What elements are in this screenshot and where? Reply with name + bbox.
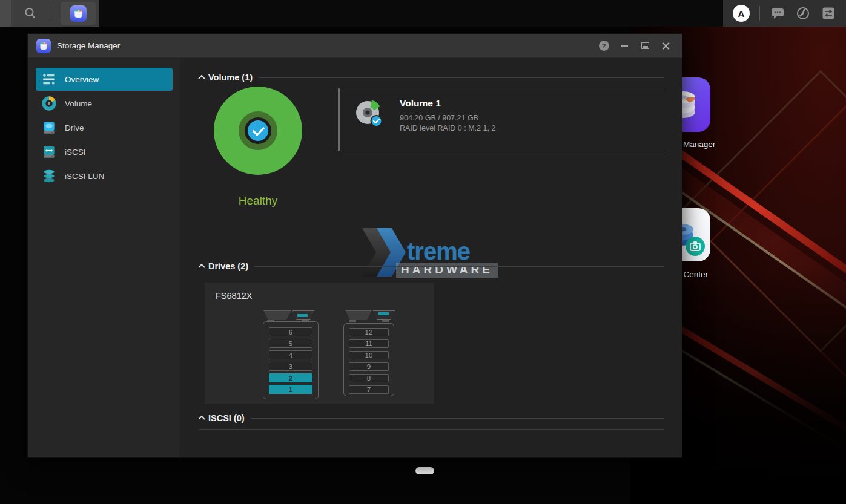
sidebar-item-label: Volume [65,99,92,108]
help-button[interactable]: ? [596,38,612,54]
enclosure-teal-indicator [297,314,308,317]
drive-icon [41,120,57,136]
preferences-button[interactable] [821,5,836,21]
volume-capacity: 904.20 GB / 907.21 GB [400,114,478,122]
drive-bay-4[interactable]: 4 [269,350,312,359]
volume-card[interactable]: Volume 1 904.20 GB / 907.21 GB RAID leve… [338,88,665,151]
notifications-button[interactable] [770,5,785,21]
desktop-screen: Manager t Center [0,0,846,504]
drive-bay-5[interactable]: 5 [269,339,312,348]
drive-bay-3[interactable]: 3 [269,362,312,371]
storage-manager-icon [36,39,51,53]
close-button[interactable] [658,38,673,54]
section-rule [251,418,664,419]
top-bar-divider [759,6,760,21]
desktop-icon-label[interactable]: t Center [679,270,708,279]
sidebar-item-drive[interactable]: Drive [36,116,173,139]
camera-badge-icon [685,236,706,257]
volume-raid-info: RAID level RAID 0 : M.2 1, 2 [400,124,495,133]
enclosure-top-icon [345,310,372,320]
storage-manager-window: Storage Manager ? Ov [27,33,682,458]
wallpaper-chevron-frame [710,100,846,383]
sidebar-item-label: Drive [65,123,84,133]
top-bar-right-group: A [723,0,846,27]
close-icon [662,42,670,50]
system-monitor-button[interactable] [795,5,811,21]
drive-bay-7[interactable]: 7 [349,385,389,394]
enclosure-top-icon [263,310,291,320]
top-bar-divider [51,6,51,21]
enclosure-foot [382,320,389,322]
drive-bay-1[interactable]: 1 [269,385,312,394]
drive-bay-2[interactable]: 2 [269,373,312,382]
window-controls: ? [596,38,673,54]
sidebar-item-iscsi-lun[interactable]: iSCSI LUN [36,165,173,188]
minimize-icon [621,45,628,47]
enclosure-panel: FS6812X 6 5 [205,283,434,404]
enclosure-foot [349,320,356,322]
sidebar-item-overview[interactable]: Overview [36,68,173,91]
collapse-chevron-icon[interactable] [198,264,205,270]
sliders-icon [821,6,836,21]
enclosure-teal-indicator [378,312,389,315]
top-bar-stub [0,0,11,27]
chat-bubble-icon [770,6,785,21]
drive-bay-12[interactable]: 12 [349,328,389,336]
question-icon: ? [599,41,609,51]
section-rule [254,266,664,267]
iscsi-icon [41,144,57,160]
device-model-label: FS6812X [216,291,252,301]
collapse-chevron-icon[interactable] [198,75,205,82]
sidebar-item-label: iSCSI LUN [65,172,104,181]
iscsi-section-rule [199,429,664,430]
desktop-icon-label[interactable]: Manager [683,140,715,149]
drive-bay-6[interactable]: 6 [269,327,312,336]
section-header-drives: Drives (2) [199,261,664,272]
drive-bay-10[interactable]: 10 [349,351,389,359]
drive-tower-2: 12 11 10 9 8 7 [343,323,394,396]
drive-bay-8[interactable]: 8 [349,374,389,382]
maximize-button[interactable] [637,38,653,54]
minimize-button[interactable] [616,38,632,54]
section-title: Drives (2) [208,261,248,271]
volume-name: Volume 1 [400,98,441,109]
overview-list-icon [41,71,57,87]
section-title: Volume (1) [208,73,253,82]
check-icon [248,120,268,141]
drive-bay-11[interactable]: 11 [349,339,389,348]
volume-donut-icon [41,96,57,111]
sidebar: Overview Volume [28,59,180,457]
sidebar-item-iscsi[interactable]: iSCSI [36,140,173,163]
sidebar-item-label: iSCSI [65,148,86,157]
user-avatar[interactable]: A [733,5,750,22]
search-button[interactable] [21,4,40,22]
volume-health-donut [214,87,302,175]
sidebar-item-label: Overview [65,75,99,84]
section-title: ISCSI (0) [208,413,245,423]
taskbar-storage-manager-button[interactable] [61,2,96,25]
collapse-chevron-icon[interactable] [198,416,205,422]
xtreme-hardware-watermark: treme HARDWARE [362,228,492,280]
taskbar-home-pill[interactable] [415,467,434,474]
volume-status-label: Healthy [214,194,302,208]
maximize-icon [641,42,649,49]
window-titlebar[interactable]: Storage Manager ? [28,34,682,58]
sidebar-item-volume[interactable]: Volume [36,92,173,115]
drive-bay-9[interactable]: 9 [349,362,389,371]
section-header-volume: Volume (1) [199,72,664,83]
iscsi-lun-disks-icon [41,168,57,184]
drive-tower-1: 6 5 4 3 2 1 [263,321,319,399]
gauge-icon [796,6,810,21]
storage-manager-icon [70,5,87,22]
section-header-iscsi: ISCSI (0) [199,413,664,424]
search-icon [24,7,37,20]
window-title: Storage Manager [57,41,120,50]
top-bar-left-group [0,0,99,27]
volume-disk-icon [354,99,385,129]
section-rule [259,77,664,78]
system-top-bar: A [0,0,846,27]
overview-content: Volume (1) Healthy [180,59,682,457]
